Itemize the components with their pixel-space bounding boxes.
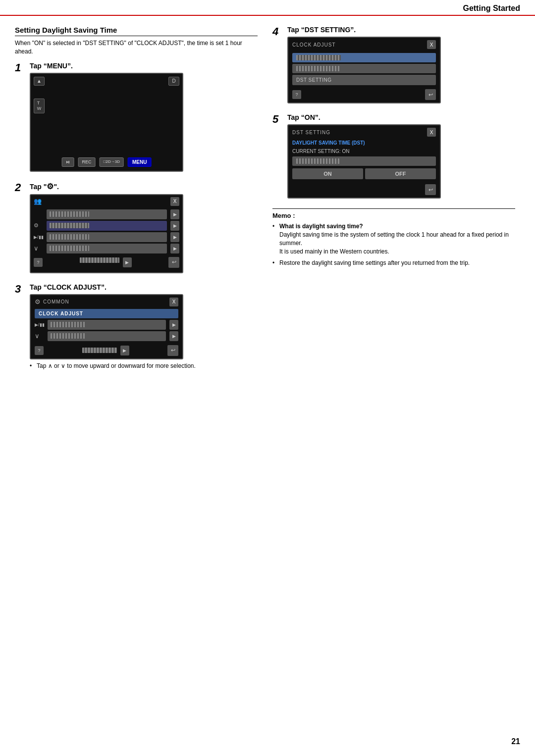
common-row-v-icon: ∨ — [35, 332, 46, 340]
common-last-text — [82, 348, 117, 353]
common-item-1-text — [51, 322, 85, 327]
common-item-1[interactable] — [48, 320, 166, 330]
menu-footer-2: ? ▶ ↩ — [31, 255, 182, 270]
cam-tw-btn[interactable]: TW — [34, 99, 45, 113]
dst-screen: DST SETTING X DAYLIGHT SAVING TIME (DST)… — [287, 124, 441, 199]
menu-row-icon-v: ∨ — [34, 245, 45, 252]
cam-menu-btn[interactable]: MENU — [128, 157, 151, 167]
common-item-v[interactable] — [48, 331, 166, 341]
cam-rec-icon: ⏯ — [62, 157, 74, 167]
memo-item-1: What is daylight saving time? Daylight s… — [272, 222, 515, 255]
dst-close-btn[interactable]: X — [427, 128, 436, 137]
step-4: 4 Tap “DST SETTING”. CLOCK ADJUST X — [272, 26, 515, 106]
menu-back-btn-2[interactable]: ↩ — [168, 257, 179, 268]
menu-help-btn-2[interactable]: ? — [34, 258, 43, 267]
ca-close-btn[interactable]: X — [427, 40, 436, 49]
gear-icon: ⚙ — [35, 298, 41, 305]
cam-mode-btn[interactable]: □2D→3D — [100, 157, 124, 167]
menu-item-2-side: ▶ — [170, 221, 179, 231]
ca-help-btn[interactable]: ? — [292, 90, 301, 99]
clock-adjust-screen: CLOCK ADJUST X — [287, 37, 441, 103]
memo-list: What is daylight saving time? Daylight s… — [272, 222, 515, 267]
menu-item-v[interactable] — [47, 244, 167, 253]
dst-footer: ↩ — [288, 182, 440, 198]
ca-item-2-text — [296, 66, 341, 71]
common-close-btn[interactable]: X — [169, 298, 178, 306]
step-5-label: Tap “ON”. — [287, 113, 515, 121]
step-5: 5 Tap “ON”. DST SETTING X DAYLIGHT SAVIN… — [272, 113, 515, 202]
common-header: ⚙ COMMON X — [31, 295, 182, 309]
dst-subtitle: DAYLIGHT SAVING TIME (DST) — [288, 139, 440, 148]
step-3-content: Tap “CLOCK ADJUST”. ⚙ COMMON X CLOCK — [30, 283, 258, 369]
step-1-label: Tap “MENU”. — [30, 62, 258, 70]
menu-item-3[interactable] — [47, 232, 167, 242]
menu-item-2-text — [50, 223, 89, 228]
left-column: Setting Daylight Saving Time When "ON" i… — [15, 26, 258, 376]
clock-adjust-row: CLOCK ADJUST — [35, 309, 178, 318]
menu-item-1-arrow: ▶ — [170, 209, 179, 219]
dst-current: CURRENT SETTING: ON — [288, 148, 440, 155]
memo-item-2: Restore the daylight saving time setting… — [272, 259, 515, 267]
common-last-row: ▶ — [82, 346, 129, 355]
menu-item-3-side: ▶ — [170, 232, 179, 242]
dst-title: DST SETTING — [292, 130, 330, 135]
cam-top-left-btn[interactable]: ▲ — [34, 77, 45, 86]
dst-back-btn[interactable]: ↩ — [425, 184, 436, 195]
memo-item-2-text: Restore the daylight saving time setting… — [279, 259, 470, 266]
ca-item-1[interactable] — [292, 53, 436, 62]
ca-item-2[interactable] — [292, 64, 436, 73]
page-container: Getting Started Setting Daylight Saving … — [0, 0, 535, 756]
menu-item-1[interactable] — [47, 209, 167, 219]
step-3-num: 3 — [15, 283, 27, 295]
menu-row-2: ⚙ ▶ — [31, 221, 182, 231]
memo-item-1-text: Daylight saving time is the system of se… — [279, 231, 509, 255]
menu-item-5-text — [80, 257, 119, 263]
step-5-content: Tap “ON”. DST SETTING X DAYLIGHT SAVING … — [287, 113, 515, 202]
step-2-num: 2 — [15, 182, 27, 194]
menu-header-bar: 👥 X — [31, 195, 182, 208]
common-footer: ? ▶ ↩ — [31, 343, 182, 358]
dst-bar-text — [296, 158, 341, 164]
cam-rec-btn[interactable]: REC — [78, 157, 96, 167]
common-item-v-text — [51, 333, 85, 339]
dst-on-btn[interactable]: ON — [292, 168, 363, 179]
common-title-text: COMMON — [43, 299, 69, 304]
step-3-note: Tap ∧ or ∨ to move upward or downward fo… — [30, 362, 258, 369]
step-1-num: 1 — [15, 62, 27, 74]
ca-header: CLOCK ADJUST X — [288, 38, 440, 51]
header-title: Getting Started — [463, 4, 520, 13]
menu-screen-2: 👥 X ▶ ⚙ — [30, 194, 183, 273]
ca-title: CLOCK ADJUST — [292, 42, 336, 48]
camera-screen: ▲ D TW ⏯ REC □2D→3D MENU — [30, 73, 183, 172]
step-3-label: Tap “CLOCK ADJUST”. — [30, 283, 258, 291]
clock-adjust-bar[interactable]: CLOCK ADJUST — [35, 309, 178, 318]
common-row-1-icon: ▶/▮▮ — [35, 322, 46, 327]
memo-item-1-bold: What is daylight saving time? — [279, 223, 363, 230]
step-2-label: Tap "⚙". — [30, 182, 258, 191]
menu-item-v-side: ▶ — [170, 244, 179, 253]
common-item-1-side: ▶ — [169, 320, 178, 330]
step-2: 2 Tap "⚙". 👥 X — [15, 182, 258, 276]
ca-row-1 — [292, 53, 436, 62]
step-4-num: 4 — [272, 26, 284, 38]
menu-item-v-text — [50, 246, 89, 251]
common-back-btn[interactable]: ↩ — [167, 345, 178, 356]
common-help-btn[interactable]: ? — [35, 346, 44, 355]
dst-buttons: ON OFF — [292, 168, 436, 179]
menu-row-v: ∨ ▶ — [31, 244, 182, 253]
page-number: 21 — [511, 737, 520, 746]
section-desc: When "ON" is selected in "DST SETTING" o… — [15, 39, 258, 56]
ca-back-btn[interactable]: ↩ — [425, 89, 436, 100]
dst-off-btn[interactable]: OFF — [365, 168, 436, 179]
cam-top-right-btn[interactable]: D — [168, 77, 179, 86]
memo-title: Memo : — [272, 212, 515, 219]
menu-close-btn-2[interactable]: X — [170, 197, 179, 206]
step-2-content: Tap "⚙". 👥 X ▶ — [30, 182, 258, 276]
dst-bar — [292, 156, 436, 166]
memo-box: Memo : What is daylight saving time? Day… — [272, 208, 515, 267]
ca-dst-row[interactable]: DST SETTING — [292, 75, 436, 85]
menu-item-2[interactable] — [47, 221, 167, 231]
menu-item-1-text — [50, 211, 89, 217]
common-header-left: ⚙ COMMON — [35, 298, 69, 305]
step-1: 1 Tap “MENU”. ▲ D TW ⏯ REC □2D→3D MENU — [15, 62, 258, 175]
